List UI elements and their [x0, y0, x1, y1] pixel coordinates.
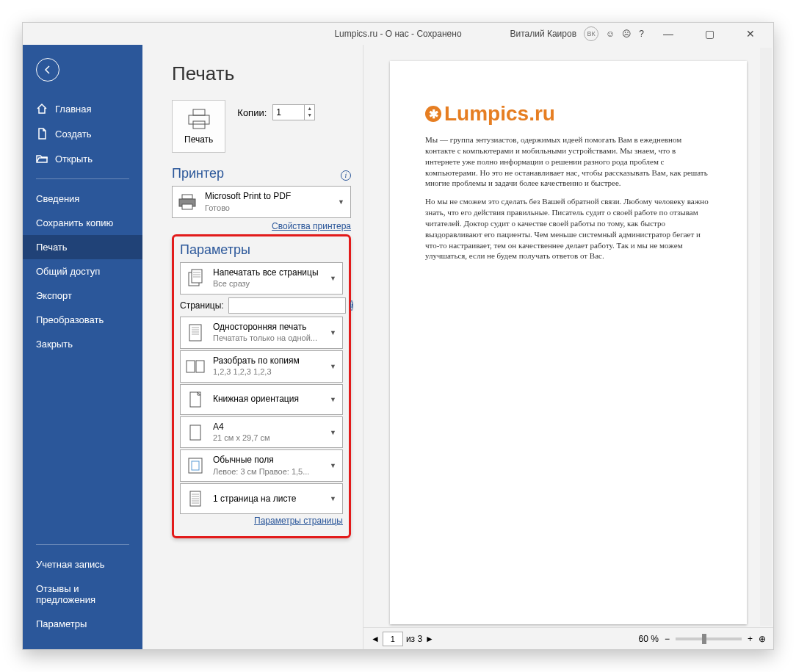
- portrait-icon: [188, 391, 203, 408]
- nav-open[interactable]: Открыть: [23, 146, 142, 171]
- chevron-down-icon: ▼: [328, 429, 338, 436]
- nav-export[interactable]: Экспорт: [23, 283, 142, 308]
- maximize-button[interactable]: ▢: [692, 23, 726, 45]
- back-button[interactable]: [36, 58, 59, 82]
- info-icon[interactable]: i: [350, 300, 354, 311]
- print-button[interactable]: Печать: [172, 100, 225, 153]
- preview-page: ✱Lumpics.ru Мы — группа энтузиастов, оде…: [390, 61, 747, 624]
- chevron-down-icon: ▼: [328, 396, 338, 403]
- svg-rect-2: [193, 121, 205, 129]
- info-icon[interactable]: i: [341, 170, 351, 181]
- chevron-down-icon: ▼: [328, 329, 338, 336]
- minimize-button[interactable]: —: [651, 23, 685, 45]
- page-number-input[interactable]: 1: [383, 632, 403, 646]
- zoom-out-button[interactable]: −: [665, 634, 670, 644]
- page-setup-link[interactable]: Параметры страницы: [180, 516, 343, 526]
- chevron-down-icon: ▼: [328, 363, 338, 370]
- margins-dd[interactable]: Обычные поляЛевое: 3 см Правое: 1,5... ▼: [180, 449, 343, 482]
- sides-dd[interactable]: Односторонняя печатьПечатать только на о…: [180, 317, 343, 349]
- page-size-icon: [188, 424, 203, 441]
- paper-size-dd[interactable]: A421 см x 29,7 см ▼: [180, 416, 343, 449]
- nav-close[interactable]: Закрыть: [23, 332, 142, 356]
- preview-footer: ◄ 1 из 3 ► 60 % − + ⊕: [363, 627, 773, 649]
- orientation-dd[interactable]: Книжная ориентация ▼: [180, 384, 343, 415]
- pages-label: Страницы:: [180, 300, 224, 311]
- nav-options[interactable]: Параметры: [23, 612, 142, 636]
- separator: [36, 544, 129, 545]
- user-initials[interactable]: ВК: [584, 26, 598, 41]
- page-of-label: из 3: [406, 634, 422, 644]
- pages-icon: [187, 269, 204, 288]
- copies-label: Копии:: [237, 107, 267, 118]
- folder-open-icon: [36, 153, 48, 165]
- copies-spinner[interactable]: ▲▼: [272, 104, 315, 120]
- chevron-down-icon: ▼: [328, 275, 338, 282]
- svg-rect-5: [182, 204, 192, 209]
- printer-icon: [178, 194, 197, 210]
- margins-icon: [187, 457, 203, 474]
- close-button[interactable]: ✕: [734, 23, 767, 45]
- chevron-down-icon: ▼: [336, 198, 346, 206]
- zoom-label: 60 %: [639, 634, 659, 644]
- preview-paragraph: Мы — группа энтузиастов, одержимых идеей…: [425, 134, 712, 189]
- zoom-slider[interactable]: [676, 637, 742, 640]
- help-icon[interactable]: ?: [639, 29, 644, 39]
- printer-large-icon: [186, 108, 212, 130]
- nav-print[interactable]: Печать: [23, 235, 142, 259]
- nav-save-copy[interactable]: Сохранить копию: [23, 211, 142, 235]
- file-icon: [36, 128, 48, 140]
- fit-to-page-button[interactable]: ⊕: [759, 634, 766, 644]
- print-all-pages-dd[interactable]: Напечатать все страницыВсе сразу ▼: [180, 262, 343, 295]
- logo-icon: ✱: [425, 106, 441, 122]
- settings-highlight: Параметры Напечатать все страницыВсе сра…: [172, 234, 351, 538]
- sidebar: Главная Создать Открыть Сведения Сохрани…: [23, 45, 142, 649]
- printer-section-title: Принтер: [172, 166, 224, 181]
- chevron-down-icon: ▼: [328, 462, 338, 469]
- svg-rect-8: [189, 325, 201, 341]
- collate-icon: [186, 359, 205, 374]
- nav-create[interactable]: Создать: [23, 121, 142, 146]
- svg-rect-13: [189, 458, 202, 473]
- titlebar: Lumpics.ru - О нас - Сохранено Виталий К…: [23, 23, 773, 45]
- sheet-icon: [188, 490, 203, 507]
- zoom-in-button[interactable]: +: [748, 634, 753, 644]
- copies-input[interactable]: [273, 105, 304, 120]
- next-page-button[interactable]: ►: [425, 634, 434, 644]
- svg-rect-9: [187, 361, 195, 372]
- separator: [36, 178, 129, 179]
- printer-properties-link[interactable]: Свойства принтера: [172, 221, 351, 231]
- one-side-icon: [187, 323, 203, 342]
- home-icon: [36, 103, 48, 115]
- preview-panel: ✱Lumpics.ru Мы — группа энтузиастов, оде…: [363, 45, 773, 649]
- nav-share[interactable]: Общий доступ: [23, 259, 142, 283]
- settings-section-title: Параметры: [180, 242, 343, 258]
- nav-home[interactable]: Главная: [23, 96, 142, 121]
- svg-rect-3: [182, 195, 192, 199]
- pages-per-sheet-dd[interactable]: 1 страница на листе ▼: [180, 483, 343, 514]
- svg-rect-1: [189, 115, 209, 124]
- scrollbar-vertical[interactable]: [760, 48, 772, 626]
- nav-transform[interactable]: Преобразовать: [23, 308, 142, 332]
- face-sad-icon[interactable]: ☹: [622, 29, 632, 39]
- prev-page-button[interactable]: ◄: [371, 634, 380, 644]
- svg-rect-10: [196, 361, 204, 372]
- svg-rect-7: [192, 270, 202, 283]
- user-name: Виталий Каиров: [510, 29, 576, 39]
- chevron-down-icon: ▼: [328, 495, 338, 502]
- svg-rect-0: [193, 109, 205, 115]
- printer-selector[interactable]: Microsoft Print to PDFГотово ▼: [172, 186, 351, 218]
- preview-paragraph: Но мы не сможем это сделать без Вашей об…: [425, 196, 712, 261]
- nav-account[interactable]: Учетная запись: [23, 552, 142, 577]
- spinner-up-icon[interactable]: ▲: [305, 105, 314, 112]
- page-title: Печать: [172, 62, 351, 85]
- collate-dd[interactable]: Разобрать по копиям1,2,3 1,2,3 1,2,3 ▼: [180, 350, 343, 383]
- preview-logo: ✱Lumpics.ru: [425, 102, 712, 126]
- nav-info[interactable]: Сведения: [23, 187, 142, 211]
- face-happy-icon[interactable]: ☺: [606, 29, 615, 39]
- spinner-down-icon[interactable]: ▼: [305, 112, 314, 118]
- svg-rect-12: [190, 425, 200, 440]
- nav-feedback[interactable]: Отзывы и предложения: [23, 577, 142, 612]
- pages-input[interactable]: [228, 297, 346, 314]
